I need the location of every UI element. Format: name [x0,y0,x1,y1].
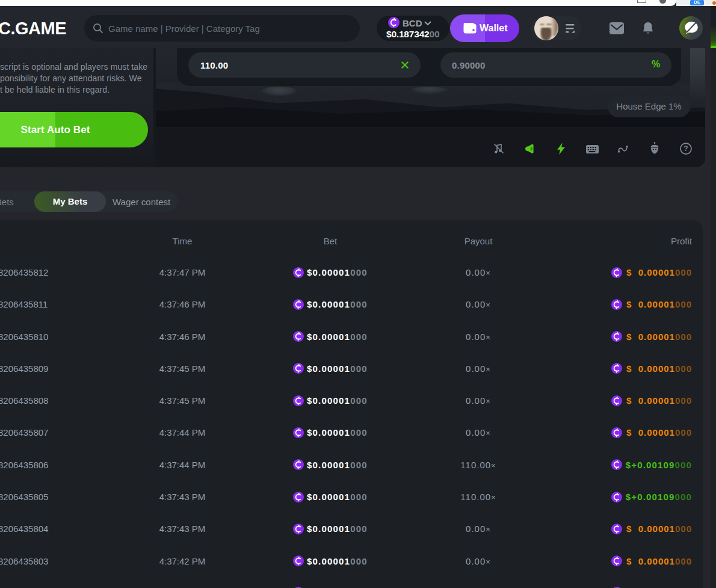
svg-text:?: ? [684,144,688,153]
